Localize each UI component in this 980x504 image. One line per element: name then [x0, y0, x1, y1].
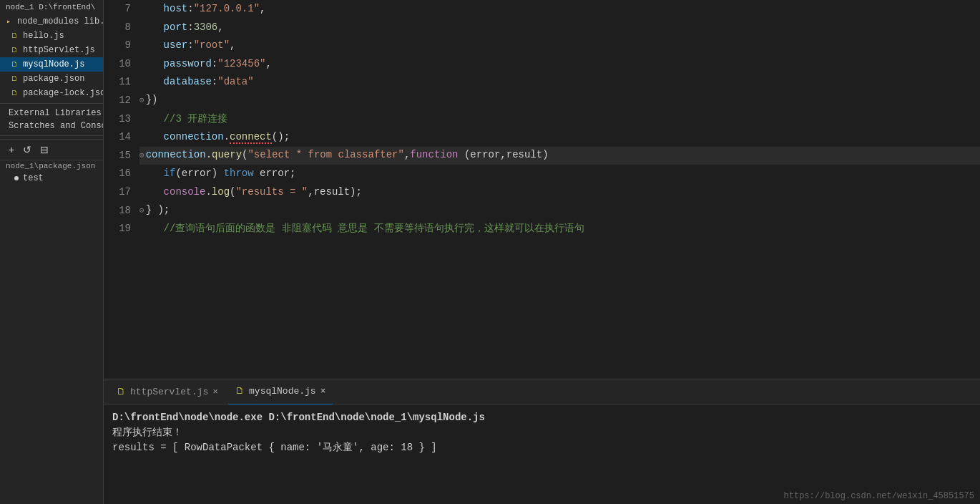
sidebar: node_1 D:\frontEnd\ ▸ node_modules lib..… — [0, 0, 104, 504]
sidebar-item-label: package-lock.json — [23, 88, 103, 98]
line-num-19: 19 — [104, 220, 131, 238]
sidebar-toolbar: + ↺ ⊟ — [0, 139, 103, 160]
sidebar-item-package-json[interactable]: 🗋 package.json — [0, 72, 103, 86]
sidebar-item-label: Scratches and Consol... — [9, 121, 103, 131]
json-file-icon: 🗋 — [9, 87, 20, 99]
sidebar-item-mysqlnode-js[interactable]: 🗋 mysqlNode.js — [0, 57, 103, 72]
dot-icon — [14, 176, 19, 180]
js-file-icon: 🗋 — [235, 386, 245, 397]
code-line-8: port:3306, — [139, 19, 980, 37]
code-lines: host:"127.0.0.1", port:3306, user:"root"… — [139, 0, 980, 379]
sidebar-item-hello-js[interactable]: 🗋 hello.js — [0, 29, 103, 43]
sidebar-item-label: node_modules lib... — [17, 16, 103, 26]
line-num-13: 13 — [104, 110, 131, 129]
folder-icon: ▸ — [3, 16, 14, 27]
sidebar-section: node_1\package.json — [0, 160, 103, 172]
sidebar-divider — [0, 103, 103, 104]
code-line-12: ⊙}) — [139, 92, 980, 110]
js-file-icon: 🗋 — [9, 44, 20, 56]
add-button[interactable]: + — [6, 142, 17, 157]
line-numbers: 7 8 9 10 11 12 13 14 15 16 17 18 19 — [104, 0, 139, 379]
refresh-button[interactable]: ↺ — [20, 142, 34, 157]
sidebar-item-httpservlet-js[interactable]: 🗋 httpServlet.js — [0, 43, 103, 57]
code-line-10: password:"123456", — [139, 55, 980, 74]
sidebar-subitem-test[interactable]: test — [0, 172, 103, 185]
sidebar-divider2 — [0, 135, 103, 136]
line-num-15: 15 — [104, 147, 131, 165]
line-num-8: 8 — [104, 19, 131, 37]
code-editor: 7 8 9 10 11 12 13 14 15 16 17 18 19 — [104, 0, 980, 379]
line-num-12: 12 — [104, 92, 131, 110]
sidebar-item-label: mysqlNode.js — [23, 59, 84, 69]
js-file-icon: 🗋 — [9, 30, 20, 42]
terminal-tab-httpservlet[interactable]: 🗋 httpServlet.js × — [109, 379, 225, 404]
watermark: https://blog.csdn.net/weixin_45851575 — [784, 491, 974, 501]
sidebar-header: node_1 D:\frontEnd\ — [0, 0, 103, 14]
terminal-tab-close[interactable]: × — [212, 387, 218, 397]
code-line-7: host:"127.0.0.1", — [139, 0, 980, 19]
sidebar-item-label: package.json — [23, 74, 84, 84]
terminal-line-output: 程序执行结束！ — [112, 425, 971, 440]
js-file-icon: 🗋 — [117, 387, 126, 397]
terminal-line-result: results = [ RowDataPacket { name: '马永童',… — [112, 440, 971, 455]
code-line-16: if(error) throw error; — [139, 165, 980, 183]
sidebar-item-package-lock-json[interactable]: 🗋 package-lock.json — [0, 86, 103, 100]
sidebar-item-external-libraries[interactable]: External Libraries — [0, 107, 103, 120]
terminal-tab-mysqlnode[interactable]: 🗋 mysqlNode.js × — [228, 379, 333, 404]
terminal-line-cmd: D:\frontEnd\node\node.exe D:\frontEnd\no… — [112, 410, 971, 425]
code-line-13: //3 开辟连接 — [139, 110, 980, 129]
editor-area: 7 8 9 10 11 12 13 14 15 16 17 18 19 — [104, 0, 980, 504]
terminal-content: D:\frontEnd\node\node.exe D:\frontEnd\no… — [104, 404, 980, 504]
code-line-9: user:"root", — [139, 37, 980, 55]
line-num-18: 18 — [104, 202, 131, 220]
sidebar-subitem-label: test — [23, 173, 44, 183]
line-num-17: 17 — [104, 183, 131, 202]
code-line-15: ⊙connection.query("select * from classaf… — [139, 147, 980, 165]
sidebar-item-scratches[interactable]: Scratches and Consol... — [0, 120, 103, 132]
code-line-14: connection.connect(); — [139, 128, 980, 147]
line-num-9: 9 — [104, 37, 131, 55]
sidebar-item-node-modules[interactable]: ▸ node_modules lib... — [0, 14, 103, 29]
terminal-tab-close[interactable]: × — [320, 386, 326, 397]
terminal-tab-label: httpServlet.js — [130, 387, 208, 397]
terminal-tab-label: mysqlNode.js — [249, 386, 316, 397]
line-num-10: 10 — [104, 55, 131, 74]
sidebar-item-label: External Libraries — [9, 108, 102, 118]
line-num-7: 7 — [104, 0, 131, 19]
js-file-icon: 🗋 — [9, 59, 20, 70]
terminal-tab-bar: 🗋 httpServlet.js × 🗋 mysqlNode.js × — [104, 379, 980, 404]
json-file-icon: 🗋 — [9, 73, 20, 84]
collapse-button[interactable]: ⊟ — [37, 142, 52, 157]
code-line-11: database:"data" — [139, 73, 980, 92]
terminal: 🗋 httpServlet.js × 🗋 mysqlNode.js × D:\f… — [104, 379, 980, 504]
line-num-16: 16 — [104, 165, 131, 183]
code-line-17: console.log("results = ",result); — [139, 183, 980, 202]
sidebar-item-label: hello.js — [23, 31, 64, 41]
sidebar-item-label: httpServlet.js — [23, 45, 95, 55]
line-num-11: 11 — [104, 73, 131, 92]
code-line-19: //查询语句后面的函数是 非阻塞代码 意思是 不需要等待语句执行完，这样就可以在… — [139, 220, 980, 238]
code-line-18: ⊙} ); — [139, 202, 980, 220]
line-num-14: 14 — [104, 128, 131, 147]
